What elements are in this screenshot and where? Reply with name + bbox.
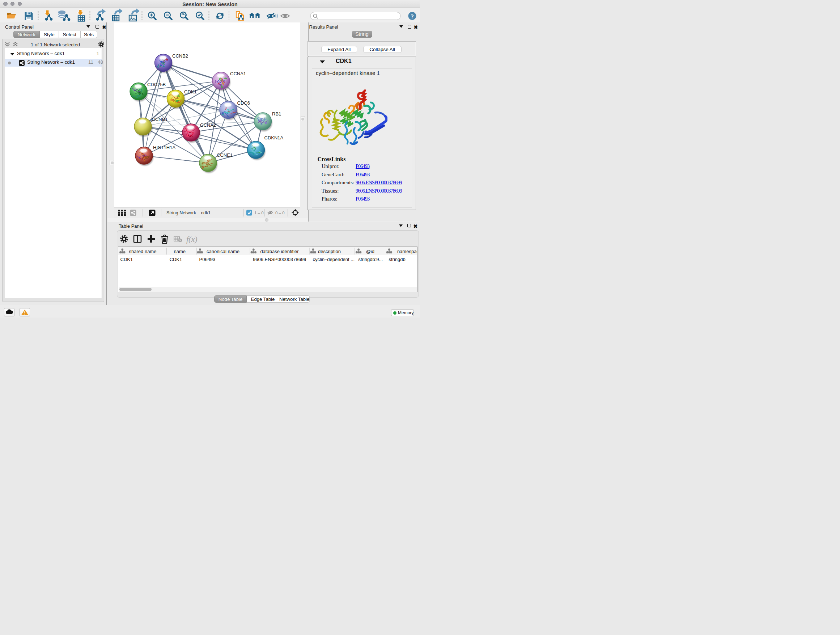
- svg-text:CCNE1: CCNE1: [217, 152, 233, 158]
- svg-text:CCNB1: CCNB1: [152, 117, 168, 122]
- svg-text:?: ?: [411, 12, 414, 19]
- svg-text:1 – 0: 1 – 0: [254, 211, 264, 215]
- svg-text:CCNA1: CCNA1: [230, 71, 246, 76]
- svg-text:CDKN1A: CDKN1A: [264, 135, 284, 141]
- svg-text:stringdb: stringdb: [389, 257, 406, 262]
- svg-text:String Network – cdk1: String Network – cdk1: [166, 211, 210, 215]
- svg-text:CDK1: CDK1: [170, 257, 182, 262]
- svg-text:name: name: [174, 249, 186, 254]
- svg-text:@id: @id: [366, 249, 374, 254]
- svg-text:CDC6: CDC6: [237, 100, 250, 106]
- svg-text:RB1: RB1: [272, 111, 281, 117]
- svg-text:database identifier: database identifier: [260, 249, 299, 254]
- svg-text:HIST1H1A: HIST1H1A: [153, 145, 175, 150]
- svg-text:shared name: shared name: [129, 249, 156, 254]
- svg-text:cyclin–dependent ...: cyclin–dependent ...: [313, 257, 355, 262]
- svg-text:1 of 1 Network selected: 1 of 1 Network selected: [31, 42, 80, 48]
- svg-text:CCNB2: CCNB2: [172, 53, 188, 59]
- svg-text:CDC25B: CDC25B: [147, 82, 166, 87]
- svg-text:description: description: [318, 249, 341, 254]
- svg-text:namespace: namespace: [397, 249, 417, 254]
- svg-text:f(x): f(x): [186, 234, 197, 244]
- svg-text:0 – 0: 0 – 0: [275, 211, 285, 215]
- svg-text:canonical name: canonical name: [207, 249, 240, 254]
- svg-text:9606.ENSP00000378699: 9606.ENSP00000378699: [253, 257, 306, 262]
- svg-text:CDK1: CDK1: [184, 89, 197, 95]
- svg-text:CDK1: CDK1: [120, 257, 133, 262]
- svg-text:CCNA2: CCNA2: [200, 122, 216, 128]
- svg-text:stringdb:9...: stringdb:9...: [358, 257, 383, 262]
- svg-text:P06493: P06493: [199, 257, 216, 262]
